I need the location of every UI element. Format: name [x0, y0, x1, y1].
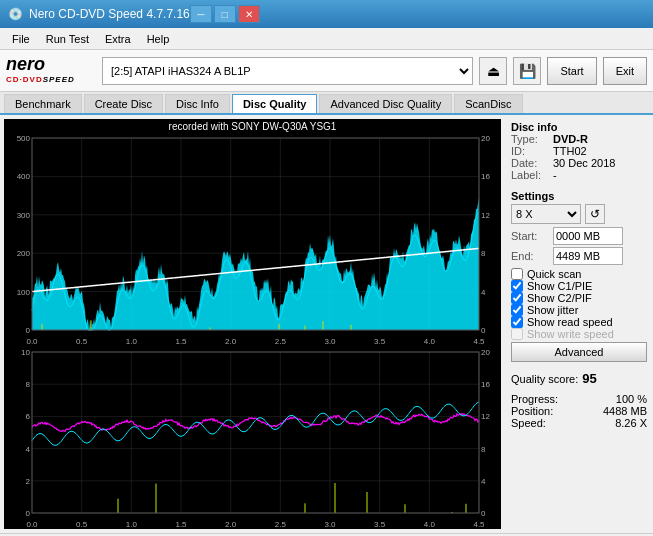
- show-jitter-checkbox[interactable]: [511, 304, 523, 316]
- menubar: File Run Test Extra Help: [0, 28, 653, 50]
- start-button[interactable]: Start: [547, 57, 596, 85]
- quick-scan-label: Quick scan: [527, 268, 581, 280]
- show-write-speed-checkbox[interactable]: [511, 328, 523, 340]
- tab-disc-quality[interactable]: Disc Quality: [232, 94, 318, 113]
- type-label: Type:: [511, 133, 549, 145]
- main-content: recorded with SONY DW-Q30A YSG1 Disc inf…: [0, 115, 653, 533]
- nero-logo-text: nero CD·DVDSPEED: [6, 54, 75, 84]
- speed-label: Speed:: [511, 417, 546, 429]
- save-button[interactable]: 💾: [513, 57, 541, 85]
- progress-value: 100 %: [616, 393, 647, 405]
- date-label: Date:: [511, 157, 549, 169]
- disc-info-title: Disc info: [511, 121, 647, 133]
- menu-run-test[interactable]: Run Test: [38, 31, 97, 47]
- app-icon: 💿: [8, 7, 23, 21]
- start-mb-label: Start:: [511, 230, 549, 242]
- show-write-speed-label: Show write speed: [527, 328, 614, 340]
- speed-value: 8.26 X: [615, 417, 647, 429]
- show-c1pie-label: Show C1/PIE: [527, 280, 592, 292]
- end-mb-label: End:: [511, 250, 549, 262]
- exit-button[interactable]: Exit: [603, 57, 647, 85]
- position-value: 4488 MB: [603, 405, 647, 417]
- settings-section: Settings 8 X ↺ Start: End: Quick scan: [511, 188, 647, 362]
- quality-score-section: Quality score: 95: [511, 369, 647, 386]
- titlebar-controls: ─ □ ✕: [190, 5, 260, 23]
- drive-select[interactable]: [2:5] ATAPI iHAS324 A BL1P: [102, 57, 473, 85]
- upper-chart: [4, 134, 501, 346]
- label-label: Label:: [511, 169, 549, 181]
- lower-chart: [4, 348, 501, 529]
- nero-logo: nero CD·DVDSPEED: [6, 54, 96, 88]
- advanced-button[interactable]: Advanced: [511, 342, 647, 362]
- date-value: 30 Dec 2018: [553, 157, 615, 169]
- menu-extra[interactable]: Extra: [97, 31, 139, 47]
- eject-button[interactable]: ⏏: [479, 57, 507, 85]
- id-value: TTH02: [553, 145, 587, 157]
- titlebar: 💿 Nero CD-DVD Speed 4.7.7.16 ─ □ ✕: [0, 0, 653, 28]
- quick-scan-checkbox[interactable]: [511, 268, 523, 280]
- quality-score-value: 95: [582, 371, 596, 386]
- show-c1pie-checkbox[interactable]: [511, 280, 523, 292]
- label-value: -: [553, 169, 557, 181]
- id-label: ID:: [511, 145, 549, 157]
- show-read-speed-checkbox[interactable]: [511, 316, 523, 328]
- tab-scandisc[interactable]: ScanDisc: [454, 94, 522, 113]
- titlebar-title: Nero CD-DVD Speed 4.7.7.16: [29, 7, 190, 21]
- settings-title: Settings: [511, 190, 647, 202]
- speed-select[interactable]: 8 X: [511, 204, 581, 224]
- show-read-speed-label: Show read speed: [527, 316, 613, 328]
- progress-section: Progress: 100 % Position: 4488 MB Speed:…: [511, 393, 647, 429]
- show-c2pif-checkbox[interactable]: [511, 292, 523, 304]
- progress-label: Progress:: [511, 393, 558, 405]
- chart-header: recorded with SONY DW-Q30A YSG1: [4, 119, 501, 134]
- show-c2pif-label: Show C2/PIF: [527, 292, 592, 304]
- show-jitter-label: Show jitter: [527, 304, 578, 316]
- tab-advanced-disc-quality[interactable]: Advanced Disc Quality: [319, 94, 452, 113]
- toolbar: nero CD·DVDSPEED [2:5] ATAPI iHAS324 A B…: [0, 50, 653, 92]
- menu-help[interactable]: Help: [139, 31, 178, 47]
- disc-info-section: Disc info Type: DVD-R ID: TTH02 Date: 30…: [511, 119, 647, 181]
- chart-area: recorded with SONY DW-Q30A YSG1: [4, 119, 501, 529]
- tab-disc-info[interactable]: Disc Info: [165, 94, 230, 113]
- right-panel: Disc info Type: DVD-R ID: TTH02 Date: 30…: [505, 115, 653, 533]
- tab-create-disc[interactable]: Create Disc: [84, 94, 163, 113]
- quality-score-label: Quality score:: [511, 373, 578, 385]
- type-value: DVD-R: [553, 133, 588, 145]
- tabs: Benchmark Create Disc Disc Info Disc Qua…: [0, 92, 653, 115]
- start-mb-input[interactable]: [553, 227, 623, 245]
- position-label: Position:: [511, 405, 553, 417]
- settings-refresh-button[interactable]: ↺: [585, 204, 605, 224]
- tab-benchmark[interactable]: Benchmark: [4, 94, 82, 113]
- minimize-button[interactable]: ─: [190, 5, 212, 23]
- menu-file[interactable]: File: [4, 31, 38, 47]
- maximize-button[interactable]: □: [214, 5, 236, 23]
- end-mb-input[interactable]: [553, 247, 623, 265]
- close-button[interactable]: ✕: [238, 5, 260, 23]
